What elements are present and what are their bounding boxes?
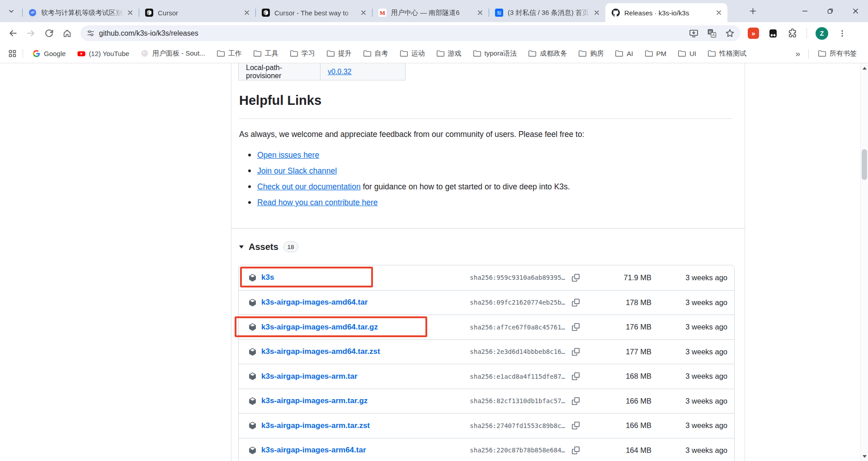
bookmark-item[interactable]: 购房 <box>573 47 609 60</box>
star-icon <box>725 28 735 38</box>
bookmark-item[interactable]: 工作 <box>211 47 248 60</box>
version-link[interactable]: v0.0.32 <box>328 68 351 76</box>
bookmark-item[interactable]: 工具 <box>248 47 284 60</box>
copy-sha-button[interactable] <box>570 371 581 382</box>
scrollbar-thumb[interactable] <box>862 149 867 180</box>
scroll-up-button[interactable] <box>861 64 868 72</box>
extensions-puzzle-button[interactable] <box>787 28 798 39</box>
asset-link[interactable]: k3s-airgap-images-arm.tar <box>261 372 358 381</box>
asset-link[interactable]: k3s-airgap-images-arm.tar.gz <box>261 396 368 405</box>
apps-grid-button[interactable] <box>5 47 19 61</box>
asset-sha: sha256:220c87b78b858e684… <box>470 447 565 454</box>
copy-sha-button[interactable] <box>570 395 581 407</box>
bookmark-item[interactable]: typora语法 <box>467 47 523 60</box>
browser-tab[interactable]: Cursor <box>139 3 255 22</box>
bookmark-item[interactable]: UI <box>672 48 702 59</box>
asset-row: k3s sha256:959c9310a6ab89395… 71.9 MB 3 … <box>239 265 734 290</box>
scroll-down-button[interactable] <box>861 452 868 460</box>
asset-sha: sha256:09fc21620774eb25b… <box>470 299 565 306</box>
copy-sha-button[interactable] <box>570 321 581 333</box>
version-cell: v0.0.32 <box>321 63 406 80</box>
bookmark-item[interactable]: 学习 <box>284 47 321 60</box>
home-button[interactable] <box>58 24 76 42</box>
asset-age: 3 weeks ago <box>685 446 727 455</box>
bookmark-item[interactable]: 用户面板 - Sout... <box>135 47 211 60</box>
asset-link[interactable]: k3s <box>261 273 274 282</box>
copy-sha-button[interactable] <box>570 445 581 456</box>
close-window-button[interactable] <box>843 0 868 22</box>
bookmark-item[interactable]: Google <box>27 48 71 59</box>
new-tab-button[interactable] <box>747 5 759 17</box>
restore-button[interactable] <box>817 0 843 22</box>
asset-sha: sha256:959c9310a6ab89395… <box>470 274 565 281</box>
back-button[interactable] <box>4 24 22 42</box>
browser-tab[interactable]: Releases · k3s-io/k3s <box>605 3 727 22</box>
copy-sha-button[interactable] <box>570 272 581 283</box>
helpful-links-heading: Helpful Links <box>239 93 321 108</box>
asset-row: k3s-airgap-images-arm.tar sha256:e1acd8a… <box>239 364 734 389</box>
helpful-links-intro: As always, we welcome and appreciate fee… <box>239 130 585 139</box>
toolbar-divider <box>807 28 807 39</box>
address-bar[interactable]: github.com/k3s-io/k3s/releases GA <box>80 25 741 41</box>
asset-row: k3s-airgap-images-amd64.tar sha256:09fc2… <box>239 290 734 315</box>
tab-search-button[interactable] <box>5 5 18 18</box>
package-icon <box>249 422 256 429</box>
bookmarks-overflow-button[interactable]: » <box>791 49 805 59</box>
scroll-down-icon <box>863 455 867 458</box>
asset-link[interactable]: k3s-airgap-images-amd64.tar.gz <box>261 323 378 332</box>
tab-close-button[interactable] <box>243 9 251 17</box>
tab-close-button[interactable] <box>126 9 134 17</box>
helpful-link[interactable]: Check out our documentation <box>257 182 361 192</box>
helpful-link[interactable]: Join our Slack channel <box>257 166 337 176</box>
package-icon <box>249 348 256 356</box>
browser-menu-button[interactable] <box>837 28 848 39</box>
tab-close-button[interactable] <box>476 9 484 17</box>
translate-button[interactable]: GA <box>706 28 717 39</box>
dark-extension-icon[interactable] <box>768 28 778 39</box>
bookmark-item[interactable]: 性格测试 <box>702 47 752 60</box>
bookmark-item[interactable]: PM <box>639 48 673 59</box>
browser-tab[interactable]: M 用户中心 — 南部隧道6 <box>372 3 489 22</box>
helpful-link[interactable]: Open issues here <box>257 151 319 160</box>
browser-tab[interactable]: 知 (3 封私信 / 36 条消息) 首页 <box>489 3 605 22</box>
bookmark-item[interactable]: 提升 <box>321 47 358 60</box>
bookmark-item[interactable]: 自考 <box>358 47 394 60</box>
helpful-link[interactable]: Read how you can contribute here <box>257 198 378 207</box>
folder-icon <box>217 50 225 57</box>
all-bookmarks-button[interactable]: 所有书签 <box>812 47 863 60</box>
asset-size: 176 MB <box>626 323 651 331</box>
bookmark-item[interactable]: 成都政务 <box>523 47 573 60</box>
asset-sha: sha256:82cf1310db1bfac57… <box>470 397 565 405</box>
copy-sha-button[interactable] <box>570 420 581 431</box>
copy-sha-button[interactable] <box>570 297 581 308</box>
profile-avatar[interactable]: Z <box>816 27 828 40</box>
bookmark-item[interactable]: (12) YouTube <box>71 48 135 59</box>
browser-tab[interactable]: 软考与计算机等级考试区别 <box>22 3 139 22</box>
reload-button[interactable] <box>40 24 58 42</box>
asset-sha: sha256:2e3d6d14bbbeb8c16… <box>470 348 565 355</box>
tab-close-button[interactable] <box>715 9 723 17</box>
bookmark-item[interactable]: AI <box>609 48 639 59</box>
tab-close-button[interactable] <box>593 9 601 17</box>
asset-link[interactable]: k3s-airgap-images-arm.tar.zst <box>261 421 370 430</box>
asset-link[interactable]: k3s-airgap-images-arm64.tar <box>261 446 366 455</box>
minimize-button[interactable] <box>792 0 817 22</box>
bookmark-item[interactable]: 游戏 <box>431 47 467 60</box>
asset-age: 3 weeks ago <box>685 298 727 307</box>
browser-tab[interactable]: Cursor - The best way to <box>255 3 372 22</box>
browser-toolbar: github.com/k3s-io/k3s/releases GA » Z <box>0 22 868 44</box>
assets-header[interactable]: Assets 18 <box>239 241 298 252</box>
install-app-button[interactable] <box>688 28 699 39</box>
asset-link[interactable]: k3s-airgap-images-amd64.tar <box>261 298 368 307</box>
page-scrollbar[interactable] <box>860 63 868 461</box>
asset-link[interactable]: k3s-airgap-images-amd64.tar.zst <box>261 347 380 356</box>
close-icon <box>361 10 366 15</box>
forward-button[interactable] <box>22 24 40 42</box>
copy-sha-button[interactable] <box>570 346 581 358</box>
url-text[interactable]: github.com/k3s-io/k3s/releases <box>99 29 198 38</box>
bookmark-item[interactable]: 运动 <box>394 47 431 60</box>
folder-icon <box>254 50 261 57</box>
tab-close-button[interactable] <box>359 9 368 17</box>
red-extension-icon[interactable]: » <box>748 28 759 39</box>
bookmark-star-button[interactable] <box>724 28 735 39</box>
